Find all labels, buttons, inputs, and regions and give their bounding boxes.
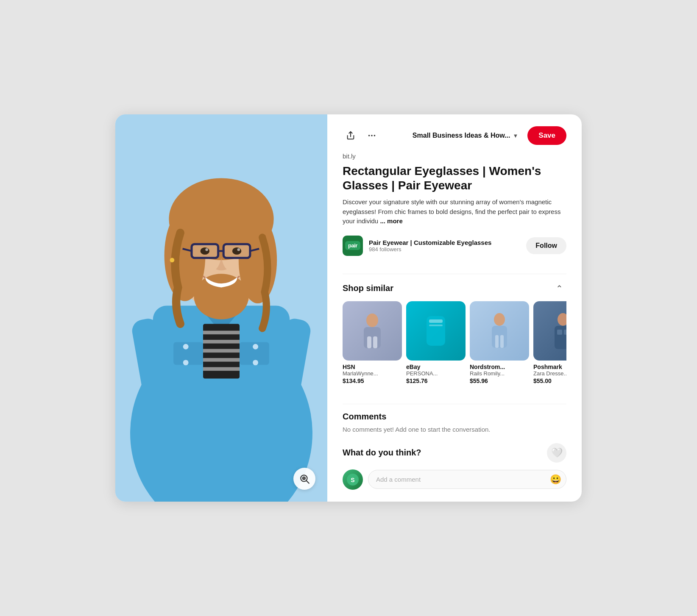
heart-button[interactable]: 🤍: [547, 443, 566, 463]
shop-similar-header: Shop similar ⌃: [343, 282, 566, 295]
shop-item-image-1: [343, 301, 402, 361]
no-comments-text: No comments yet! Add one to start the co…: [343, 426, 566, 433]
shop-item-figure-1: [360, 312, 385, 350]
svg-point-44: [374, 135, 376, 136]
board-name: Small Business Ideas & How...: [413, 132, 510, 139]
svg-rect-46: [364, 327, 381, 348]
svg-point-30: [232, 247, 241, 255]
svg-point-33: [170, 258, 175, 263]
pin-image-section: [115, 114, 327, 502]
svg-rect-13: [203, 349, 240, 353]
svg-rect-55: [500, 335, 504, 348]
share-button[interactable]: [343, 128, 359, 144]
svg-rect-15: [203, 367, 240, 371]
svg-rect-11: [203, 331, 240, 335]
shop-item-store-4: Poshmark: [533, 363, 566, 370]
svg-rect-51: [429, 325, 443, 326]
avatar-shopify-icon: S: [347, 474, 359, 486]
svg-point-56: [558, 313, 566, 326]
comment-input[interactable]: [368, 470, 566, 489]
svg-point-43: [371, 135, 373, 136]
shop-item-price-1: $134.95: [343, 377, 402, 384]
chevron-down-icon: ▼: [513, 133, 518, 139]
svg-rect-48: [373, 336, 377, 348]
shop-item-price-3: $55.96: [470, 377, 529, 384]
comments-section: Comments No comments yet! Add one to sta…: [343, 412, 566, 433]
collapse-shop-similar-button[interactable]: ⌃: [552, 282, 566, 295]
creator-row: pair Pair Eyewear | Customizable Eyeglas…: [343, 236, 566, 256]
creator-logo: pair: [343, 236, 363, 256]
board-selector[interactable]: Small Business Ideas & How... ▼: [408, 129, 522, 142]
svg-point-7: [183, 360, 189, 366]
emoji-button[interactable]: 😀: [550, 474, 561, 485]
heart-icon: 🤍: [551, 447, 563, 458]
svg-rect-47: [367, 336, 371, 348]
divider-2: [343, 404, 566, 404]
follow-button[interactable]: Follow: [526, 237, 566, 254]
shop-item-store-3: Nordstrom...: [470, 363, 529, 370]
more-options-button[interactable]: [364, 128, 380, 144]
svg-rect-50: [429, 319, 443, 323]
svg-point-9: [253, 360, 258, 366]
comments-title: Comments: [343, 412, 566, 422]
pin-card: Small Business Ideas & How... ▼ Save bit…: [115, 114, 582, 502]
svg-text:S: S: [351, 477, 354, 483]
creator-name: Pair Eyewear | Customizable Eyeglasses: [369, 239, 520, 246]
pin-description: Discover your signature style with our s…: [343, 197, 566, 226]
shop-item-image-3: [470, 301, 529, 361]
svg-point-42: [368, 135, 370, 136]
shop-item-store-2: eBay: [406, 363, 466, 370]
shop-item[interactable]: eBay PERSONA... $125.76: [406, 301, 466, 384]
shop-item[interactable]: Nordstrom... Rails Romily... $55.96: [470, 301, 529, 384]
emoji-icon: 😀: [550, 474, 561, 485]
shop-item-product-4: Zara Dresse...: [533, 370, 566, 377]
svg-point-29: [201, 247, 209, 255]
save-button[interactable]: Save: [527, 126, 566, 145]
svg-rect-59: [564, 330, 566, 335]
pin-image: [115, 114, 327, 502]
pin-title: Rectangular Eyeglasses | Women's Glasses…: [343, 164, 566, 192]
divider-1: [343, 274, 566, 274]
svg-point-52: [494, 313, 505, 326]
what-do-you-think-title: What do you think?: [343, 448, 421, 458]
comment-row: S 😀: [343, 469, 566, 490]
svg-rect-54: [495, 335, 499, 348]
shop-item-product-3: Rails Romily...: [470, 370, 529, 377]
creator-logo-text: pair: [345, 241, 360, 250]
more-link[interactable]: ... more: [380, 217, 402, 225]
svg-rect-12: [203, 340, 240, 344]
svg-rect-58: [557, 330, 562, 335]
svg-rect-53: [492, 326, 507, 348]
shop-similar-section: Shop similar ⌃ HSN MarlaWynne...: [343, 282, 566, 396]
svg-point-21: [194, 274, 249, 319]
shop-similar-grid: HSN MarlaWynne... $134.95 eBay PERSONA..: [343, 301, 566, 384]
svg-point-6: [183, 344, 189, 350]
what-do-you-think-row: What do you think? 🤍: [343, 443, 566, 463]
shop-item-image-4: [533, 301, 566, 361]
creator-info: Pair Eyewear | Customizable Eyeglasses 9…: [369, 239, 520, 253]
more-options-icon: [367, 131, 376, 140]
svg-point-32: [237, 248, 240, 251]
right-panel: Small Business Ideas & How... ▼ Save bit…: [327, 114, 582, 502]
lens-search-icon: [299, 473, 310, 484]
toolbar: Small Business Ideas & How... ▼ Save: [343, 126, 566, 145]
comment-input-wrap: 😀: [368, 470, 566, 489]
shop-item-figure-2: [423, 312, 449, 350]
shop-similar-title: Shop similar: [343, 283, 393, 293]
shop-item-product-1: MarlaWynne...: [343, 370, 402, 377]
shop-item-figure-4: [550, 312, 566, 350]
source-link[interactable]: bit.ly: [343, 153, 566, 160]
svg-point-8: [253, 344, 258, 350]
shop-item[interactable]: HSN MarlaWynne... $134.95: [343, 301, 402, 384]
svg-rect-14: [203, 358, 240, 362]
shop-item-product-2: PERSONA...: [406, 370, 466, 377]
shop-item-store-1: HSN: [343, 363, 402, 370]
shop-item-figure-3: [487, 312, 512, 350]
user-avatar: S: [343, 469, 363, 490]
shop-item-price-4: $55.00: [533, 377, 566, 384]
svg-point-31: [205, 248, 208, 251]
shop-item[interactable]: Poshmark Zara Dresse... $55.00: [533, 301, 566, 384]
lens-search-button[interactable]: [293, 468, 315, 490]
svg-rect-57: [555, 326, 566, 349]
shop-item-image-2: [406, 301, 466, 361]
